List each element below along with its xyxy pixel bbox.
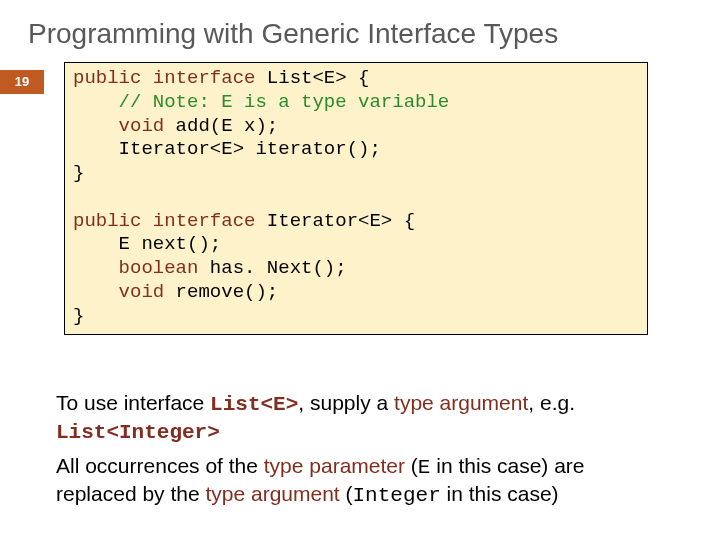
body-text: To use interface List<E>, supply a type … — [56, 390, 666, 515]
slide: Programming with Generic Interface Types… — [0, 0, 720, 540]
term-type-parameter: type parameter — [264, 454, 405, 477]
inline-code: List<Integer> — [56, 421, 220, 444]
inline-code: E — [418, 456, 431, 479]
code-comment: // Note: E is a type variable — [73, 91, 449, 113]
code-content: public interface List<E> { // Note: E is… — [73, 67, 639, 328]
inline-code: Integer — [353, 484, 441, 507]
inline-code: List<E> — [210, 393, 298, 416]
paragraph-1: To use interface List<E>, supply a type … — [56, 390, 666, 447]
kw-boolean: boolean — [119, 257, 199, 279]
kw-public: public — [73, 67, 141, 89]
kw-void: void — [119, 115, 165, 137]
slide-title: Programming with Generic Interface Types — [0, 0, 720, 50]
term-type-argument: type argument — [394, 391, 528, 414]
kw-interface: interface — [153, 67, 256, 89]
paragraph-2: All occurrences of the type parameter (E… — [56, 453, 666, 510]
page-number-badge: 19 — [0, 70, 44, 94]
code-block: public interface List<E> { // Note: E is… — [64, 62, 648, 335]
